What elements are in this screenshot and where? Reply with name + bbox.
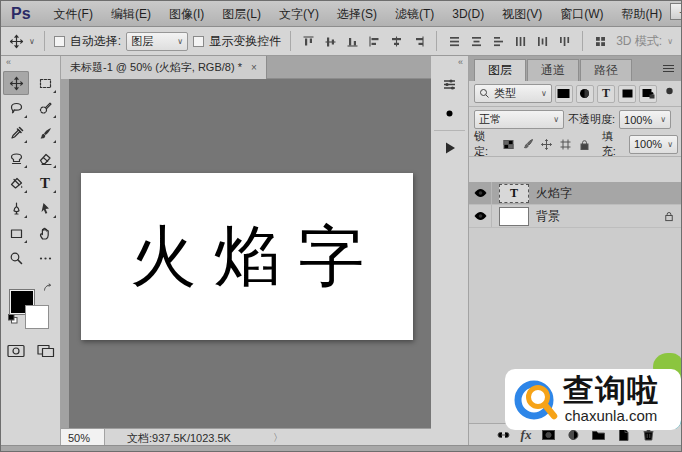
auto-select-checkbox[interactable] — [54, 36, 65, 47]
layer-name[interactable]: 背景 — [536, 208, 560, 225]
tool-hand[interactable] — [32, 221, 58, 245]
filter-smart-objects-button[interactable] — [639, 85, 657, 103]
tab-close-icon[interactable]: × — [251, 62, 257, 73]
tool-paint-bucket[interactable] — [3, 171, 29, 195]
tool-move[interactable] — [3, 71, 29, 95]
timeline-panel-button[interactable] — [435, 135, 465, 161]
watermark-badge: 查询啦 chaxunla.com — [505, 369, 681, 430]
layer-row-background[interactable]: 背景 — [469, 205, 682, 228]
menu-item-3d[interactable]: 3D(D) — [443, 1, 493, 27]
tool-brush[interactable] — [32, 121, 58, 145]
panel-menu-icon[interactable] — [662, 64, 675, 73]
fill-select[interactable]: 100%∨ — [629, 135, 678, 154]
opacity-select[interactable]: 100%∨ — [619, 110, 671, 129]
tool-zoom[interactable] — [3, 246, 29, 270]
menu-item-type[interactable]: 文字(Y) — [270, 1, 328, 27]
tool-rectangle[interactable] — [3, 221, 29, 245]
menu-item-select[interactable]: 选择(S) — [328, 1, 386, 27]
menu-item-file[interactable]: 文件(F) — [45, 1, 102, 27]
lock-position-button[interactable] — [539, 136, 554, 152]
filter-adjustment-layers-button[interactable] — [576, 85, 594, 103]
background-layer-thumbnail[interactable] — [499, 207, 529, 226]
auto-select-target-select[interactable]: 图层∨ — [126, 32, 188, 51]
photoshop-logo: Ps — [11, 5, 31, 23]
tools-collapse-icon[interactable]: « — [1, 56, 60, 68]
document-canvas[interactable]: 火焰字 — [81, 173, 413, 340]
color-panel-button[interactable] — [435, 71, 465, 97]
screen-mode-button[interactable] — [37, 344, 55, 358]
menu-item-layer[interactable]: 图层(L) — [213, 1, 270, 27]
menu-item-view[interactable]: 视图(V) — [493, 1, 551, 27]
swap-colors-icon[interactable] — [43, 283, 53, 292]
align-left-edges-button[interactable] — [366, 33, 383, 50]
document-tab[interactable]: 未标题-1 @ 50% (火焰字, RGB/8) * × — [61, 56, 267, 79]
align-vertical-centers-button[interactable] — [322, 33, 339, 50]
distribute-vertical-centers-button[interactable] — [468, 33, 485, 50]
default-colors-icon[interactable] — [8, 314, 18, 324]
tool-eraser[interactable] — [32, 146, 58, 170]
filter-toggle-pin[interactable] — [660, 85, 678, 103]
filter-type-layers-button[interactable]: T — [597, 85, 615, 103]
lock-image-pixels-button[interactable] — [520, 136, 535, 152]
tab-channels[interactable]: 通道 — [527, 59, 579, 81]
quick-mask-button[interactable] — [7, 344, 25, 358]
layer-row-text[interactable]: T 火焰字 — [469, 182, 682, 205]
minimize-button[interactable]: — — [670, 3, 682, 20]
align-top-edges-button[interactable] — [300, 33, 317, 50]
show-transform-checkbox[interactable] — [193, 36, 204, 47]
lock-all-button[interactable] — [577, 136, 592, 152]
tool-type[interactable]: T — [32, 171, 58, 195]
tool-eyedropper[interactable] — [3, 121, 29, 145]
distribute-bottom-edges-button[interactable] — [490, 33, 507, 50]
menu-item-help[interactable]: 帮助(H) — [613, 1, 672, 27]
brush-lock-icon — [521, 138, 534, 151]
tab-paths[interactable]: 路径 — [580, 59, 632, 81]
blend-mode-select[interactable]: 正常∨ — [474, 110, 564, 129]
blend-mode-row: 正常∨ 不透明度: 100%∨ — [469, 107, 682, 132]
tool-clone-stamp[interactable] — [3, 146, 29, 170]
photoshop-window: Ps 文件(F) 编辑(E) 图像(I) 图层(L) 文字(Y) 选择(S) 滤… — [0, 0, 682, 452]
status-options-chevron[interactable]: 〉 — [273, 431, 283, 445]
menu-item-window[interactable]: 窗口(W) — [551, 1, 612, 27]
tool-quick-selection[interactable] — [32, 96, 58, 120]
options-overflow-chevron[interactable]: ∨ — [667, 37, 673, 46]
tool-lasso[interactable] — [3, 96, 29, 120]
distribute-left-edges-button[interactable] — [512, 33, 529, 50]
watermark-domain: chaxunla.com — [565, 407, 658, 424]
filter-kind-select[interactable]: 类型∨ — [474, 84, 552, 103]
eyedropper-icon — [9, 126, 24, 141]
distribute-right-edges-button[interactable] — [556, 33, 573, 50]
text-layer-thumbnail[interactable]: T — [499, 184, 529, 203]
align-right-edges-button[interactable] — [410, 33, 427, 50]
tool-preset-caret[interactable]: ∨ — [29, 32, 35, 51]
adjustments-panel-button[interactable] — [435, 100, 465, 126]
link-layers-button[interactable] — [496, 428, 511, 442]
lock-transparent-pixels-button[interactable] — [501, 136, 516, 152]
menu-item-edit[interactable]: 编辑(E) — [102, 1, 160, 27]
tab-layers[interactable]: 图层 — [474, 59, 526, 81]
tool-pen[interactable] — [3, 196, 29, 220]
background-color-swatch[interactable] — [25, 305, 49, 329]
canvas-area[interactable]: 火焰字 — [61, 79, 431, 428]
divider — [290, 31, 291, 51]
tool-path-selection[interactable] — [32, 196, 58, 220]
align-horizontal-centers-button[interactable] — [388, 33, 405, 50]
layer-name[interactable]: 火焰字 — [536, 185, 572, 202]
distribute-top-edges-button[interactable] — [446, 33, 463, 50]
menu-item-filter[interactable]: 滤镜(T) — [386, 1, 443, 27]
visibility-toggle[interactable] — [469, 182, 492, 204]
visibility-toggle[interactable] — [469, 205, 492, 227]
filter-shape-layers-button[interactable] — [618, 85, 636, 103]
auto-align-layers-button[interactable] — [592, 33, 609, 50]
tool-rectangular-marquee[interactable] — [32, 71, 58, 95]
distribute-horizontal-centers-button[interactable] — [534, 33, 551, 50]
lock-artboard-button[interactable] — [558, 136, 573, 152]
collapsed-panels-strip: « — [431, 56, 469, 445]
menu-item-image[interactable]: 图像(I) — [160, 1, 213, 27]
expand-panels-icon[interactable]: « — [431, 56, 468, 68]
type-icon: T — [40, 175, 50, 192]
filter-pixel-layers-button[interactable] — [555, 85, 573, 103]
divider — [582, 31, 583, 51]
tool-edit-toolbar[interactable] — [32, 246, 58, 270]
align-bottom-edges-button[interactable] — [344, 33, 361, 50]
